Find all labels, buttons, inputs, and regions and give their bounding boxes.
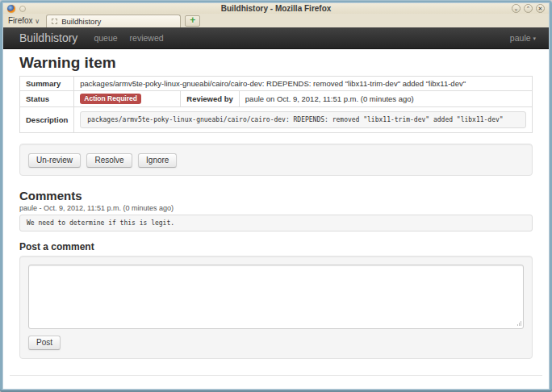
user-dropdown[interactable]: paule ▾ — [510, 33, 536, 43]
window-title: Buildhistory - Mozilla Firefox — [3, 4, 549, 13]
window-body: Buildhistory - Mozilla Firefox ⌄ ⌃ ✕ Fir… — [2, 2, 550, 390]
navbar-brand[interactable]: Buildhistory — [19, 31, 77, 44]
page-content: Warning item Summary packages/armv5te-po… — [3, 49, 549, 389]
reviewed-by-value: paule on Oct. 9, 2012, 11:51 p.m. (0 min… — [239, 91, 532, 107]
tab-title: Buildhistory — [61, 17, 101, 26]
titlebar-menu-icon[interactable] — [19, 6, 26, 12]
maximize-button[interactable]: ⌃ — [524, 4, 533, 13]
tab-bar: Firefox ∨ Buildhistory + — [3, 14, 549, 27]
chevron-down-icon: ∨ — [35, 18, 40, 25]
post-button[interactable]: Post — [28, 336, 61, 350]
post-comment-well: Post — [19, 256, 533, 359]
comment-item: paule - Oct. 9, 2012, 11:51 p.m. (0 minu… — [19, 204, 533, 231]
table-row-summary: Summary packages/armv5te-poky-linux-gnue… — [20, 77, 533, 91]
window-controls: ⌄ ⌃ ✕ — [512, 4, 545, 13]
status-label: Status — [20, 91, 74, 107]
default-favicon-icon — [52, 19, 57, 24]
summary-label: Summary — [20, 77, 74, 91]
status-badge: Action Required — [80, 94, 141, 104]
close-button[interactable]: ✕ — [536, 4, 545, 13]
firefox-menu-label: Firefox — [8, 16, 33, 25]
caret-down-icon: ▾ — [533, 35, 536, 41]
status-cell: Action Required — [74, 91, 181, 107]
comments-heading: Comments — [19, 189, 533, 202]
description-code: packages/armv5te-poky-linux-gnueabi/cair… — [80, 111, 526, 128]
footer-divider — [10, 375, 542, 376]
description-cell: packages/armv5te-poky-linux-gnueabi/cair… — [74, 107, 533, 133]
actions-well: Un-review Resolve Ignore — [19, 144, 533, 176]
firefox-menu-button[interactable]: Firefox ∨ — [8, 16, 40, 25]
firefox-window: Buildhistory - Mozilla Firefox ⌄ ⌃ ✕ Fir… — [0, 0, 552, 392]
user-name: paule — [510, 33, 531, 43]
un-review-button[interactable]: Un-review — [28, 153, 81, 168]
ignore-button[interactable]: Ignore — [138, 153, 177, 168]
nav-link-queue[interactable]: queue — [94, 33, 117, 43]
comment-meta: paule - Oct. 9, 2012, 11:51 p.m. (0 minu… — [19, 204, 533, 212]
reviewed-by-label: Reviewed by — [181, 91, 240, 107]
firefox-logo-icon — [7, 5, 15, 13]
description-label: Description — [20, 107, 74, 133]
resolve-button[interactable]: Resolve — [86, 153, 132, 168]
table-row-description: Description packages/armv5te-poky-linux-… — [20, 107, 533, 133]
app-navbar: Buildhistory queue reviewed paule ▾ — [3, 27, 549, 49]
minimize-button[interactable]: ⌄ — [512, 4, 521, 13]
comment-textarea-wrap — [28, 265, 524, 329]
comment-textarea[interactable] — [28, 265, 524, 329]
post-comment-heading: Post a comment — [19, 241, 533, 252]
summary-value: packages/armv5te-poky-linux-gnueabi/cair… — [74, 77, 533, 91]
table-row-status: Status Action Required Reviewed by paule… — [20, 91, 533, 107]
tab-buildhistory[interactable]: Buildhistory — [46, 15, 181, 27]
titlebar[interactable]: Buildhistory - Mozilla Firefox ⌄ ⌃ ✕ — [3, 3, 549, 14]
nav-link-reviewed[interactable]: reviewed — [130, 33, 164, 43]
page-title: Warning item — [19, 54, 533, 72]
warning-detail-table: Summary packages/armv5te-poky-linux-gnue… — [19, 76, 533, 133]
new-tab-button[interactable]: + — [185, 15, 200, 27]
comment-text: We need to determine if this is legit. — [19, 215, 533, 231]
